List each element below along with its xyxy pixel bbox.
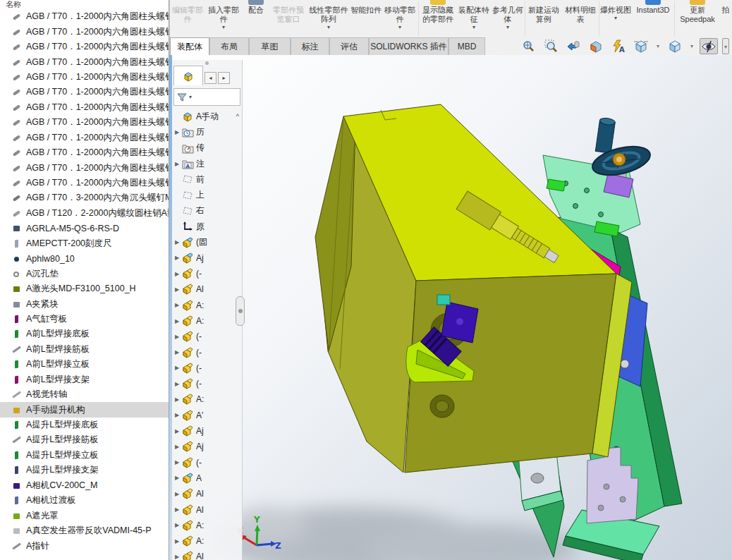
dynamic-annotation-icon[interactable]: A	[609, 38, 628, 54]
expand-arrow-icon[interactable]: ▶	[172, 334, 182, 340]
list-item[interactable]: A提升L型焊接支架	[0, 463, 169, 477]
expand-arrow-icon[interactable]: ▶	[172, 522, 182, 528]
list-item[interactable]: A气缸弯板	[0, 312, 169, 327]
expand-arrow-icon[interactable]: ▶	[172, 506, 182, 513]
ribbon-button[interactable]: Instant3D	[632, 0, 674, 37]
expand-arrow-icon[interactable]: ▶	[172, 459, 182, 465]
expand-arrow-icon[interactable]: ▶	[172, 444, 182, 450]
list-item[interactable]: A遮光罩	[0, 508, 169, 523]
tree-item[interactable]: 上	[172, 187, 242, 202]
tab-评估[interactable]: 评估	[329, 37, 369, 55]
tree-item[interactable]: ▶Al	[172, 486, 242, 501]
list-item[interactable]: A手动提升机构	[0, 402, 169, 417]
list-item[interactable]: AGB / T70．1-2000内六角圆柱头螺钉	[0, 54, 169, 69]
expand-arrow-icon[interactable]: ▶	[172, 475, 182, 481]
list-item[interactable]: AGB / T70．1-2000内六角圆柱头螺钉	[0, 24, 169, 39]
dropdown-caret-icon[interactable]: ▾	[722, 38, 729, 54]
tree-item[interactable]: ▶A:	[172, 533, 242, 549]
list-item[interactable]: A前L型焊接立板	[0, 357, 169, 372]
list-item[interactable]: A前L型焊接底板	[0, 327, 169, 341]
list-item[interactable]: A相机CV-200C_M	[0, 478, 169, 493]
list-item[interactable]: A提升L型焊接底板	[0, 418, 169, 432]
ribbon-button[interactable]: 更新Speedpak	[675, 0, 720, 37]
dropdown-caret-icon[interactable]: ▾	[398, 25, 401, 30]
tree-item[interactable]: 原	[172, 219, 242, 234]
list-item[interactable]: AGB / T70．1-2000内六角圆柱头螺钉	[0, 100, 169, 115]
list-item[interactable]: A提升L型焊接筋板	[0, 432, 169, 447]
tree-item[interactable]: ▶A:	[172, 518, 242, 533]
expand-arrow-icon[interactable]: ▶	[172, 365, 182, 371]
tree-item[interactable]: 右	[172, 203, 242, 219]
list-item[interactable]: Aphlw80_10	[0, 251, 169, 266]
list-item[interactable]: A相机过渡板	[0, 493, 169, 508]
list-item[interactable]: A指针	[0, 538, 169, 553]
ribbon-button[interactable]: 线性零部件阵列▾	[307, 0, 350, 37]
tree-item[interactable]: 传	[172, 140, 242, 156]
list-item[interactable]: AGRLA-M5-QS-6-RS-D	[0, 221, 169, 236]
list-item[interactable]: AGB / T70．1-2000内六角圆柱头螺钉	[0, 39, 169, 54]
collapse-all-icon[interactable]: ^	[236, 113, 239, 120]
tab-草图[interactable]: 草图	[249, 37, 291, 55]
tree-item[interactable]: ▶(-	[172, 329, 242, 344]
ribbon-button[interactable]: 装配体特征▾	[457, 0, 491, 37]
panel-splitter-handle[interactable]	[236, 296, 245, 326]
ribbon-button[interactable]: 移动零部件▾	[382, 0, 418, 37]
list-item[interactable]: A提升L型焊接立板	[0, 448, 169, 463]
expand-arrow-icon[interactable]: ▶	[172, 538, 182, 544]
dropdown-caret-icon[interactable]: ▾	[614, 16, 617, 21]
list-item[interactable]: A真空发生器带反吹VADMI-45-P	[0, 523, 169, 538]
ribbon-button[interactable]: 拍	[720, 0, 731, 37]
expand-arrow-icon[interactable]: ▶	[172, 318, 182, 324]
view-orientation-icon[interactable]	[632, 38, 650, 54]
tree-item[interactable]: 前	[172, 171, 242, 187]
tree-item[interactable]: ▶A:	[172, 313, 242, 329]
panel-nav-left[interactable]: ◂	[205, 72, 216, 84]
list-item[interactable]: A前L型焊接支架	[0, 372, 169, 387]
tree-item[interactable]: ▶A	[172, 470, 242, 486]
dropdown-caret-icon[interactable]: ▾	[654, 43, 661, 49]
dropdown-caret-icon[interactable]: ▾	[222, 25, 225, 30]
tree-item[interactable]: ▶(-	[172, 344, 242, 360]
expand-arrow-icon[interactable]: ▶	[172, 491, 182, 497]
display-style-icon[interactable]	[666, 38, 684, 54]
tree-item[interactable]: ▶Al	[172, 501, 242, 517]
tab-布局[interactable]: 布局	[209, 37, 249, 55]
tab-MBD[interactable]: MBD	[449, 37, 485, 55]
list-item[interactable]: AMEPCTT-200刻度尺	[0, 236, 169, 251]
list-item[interactable]: AGB / T70．1-2000内六角圆柱头螺钉	[0, 9, 169, 24]
tree-item[interactable]: ▶A'	[172, 408, 242, 423]
list-item[interactable]: AGB / T70．3-2000内六角沉头螺钉M	[0, 190, 169, 205]
dropdown-caret-icon[interactable]: ▾	[688, 43, 695, 49]
tree-item[interactable]: ▶Al	[172, 281, 242, 297]
ribbon-button[interactable]: 新建运动算例	[525, 0, 562, 37]
list-item[interactable]: AGB / T120．2-2000内螺纹圆柱销A型	[0, 206, 169, 221]
ribbon-button[interactable]: 智能扣件	[350, 0, 382, 37]
expand-arrow-icon[interactable]: ▶	[172, 161, 182, 167]
graphics-viewport[interactable]: X Y Z	[169, 55, 732, 560]
expand-arrow-icon[interactable]: ▶	[172, 271, 182, 277]
expand-arrow-icon[interactable]: ▶	[172, 349, 182, 355]
tree-item[interactable]: ▶A:	[172, 298, 242, 313]
tree-item[interactable]: ▶(-	[172, 376, 242, 391]
tab-标注[interactable]: 标注	[291, 37, 329, 55]
list-item[interactable]: A视觉转轴	[0, 387, 169, 402]
zoom-to-area-icon[interactable]	[542, 38, 560, 54]
list-item[interactable]: AGB / T70．1-2000内六角圆柱头螺钉	[0, 85, 169, 99]
list-item[interactable]: AGB / T70．1-2000内六角圆柱头螺钉	[0, 70, 169, 85]
section-view-icon[interactable]	[587, 38, 605, 54]
tree-item[interactable]: ▶(-	[172, 360, 242, 376]
tree-item[interactable]: ▶Al	[172, 549, 242, 560]
tree-item[interactable]: ▶历	[172, 124, 242, 140]
list-item[interactable]: AGB / T70．1-2000内六角圆柱头螺钉	[0, 130, 169, 145]
tree-item[interactable]: ▶Aj	[172, 250, 242, 266]
zoom-to-fit-icon[interactable]	[519, 38, 537, 54]
tree-item[interactable]: ▶A注	[172, 156, 242, 171]
expand-arrow-icon[interactable]: ▶	[172, 255, 182, 261]
panel-nav-right[interactable]: ▸	[218, 72, 230, 84]
list-item[interactable]: A激光头MD-F3100_5100_H	[0, 281, 169, 296]
list-item[interactable]: AGB / T70．1-2000内六角圆柱头螺钉	[0, 145, 169, 160]
ribbon-button[interactable]: 参考几何体▾	[491, 0, 525, 37]
ribbon-button[interactable]: 显示隐藏的零部件	[419, 0, 457, 37]
tab-装配体[interactable]: 装配体	[170, 37, 209, 55]
ribbon-button[interactable]: 材料明细表	[562, 0, 599, 37]
